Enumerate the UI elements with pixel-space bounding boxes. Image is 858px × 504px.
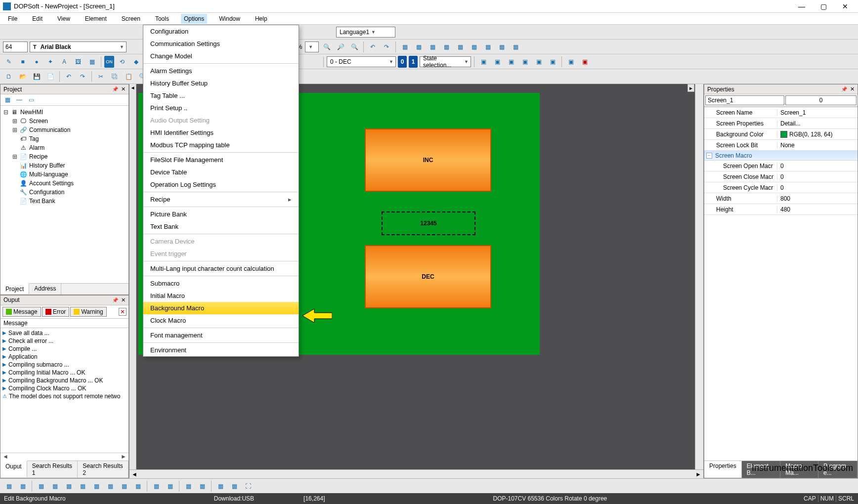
- project-tool-a-icon[interactable]: ▦: [2, 95, 12, 104]
- tree-item[interactable]: 📊History Buffer: [1, 161, 128, 170]
- bt-icon-4[interactable]: ▦: [49, 480, 61, 492]
- property-row[interactable]: Screen Close Macr0: [704, 171, 858, 182]
- property-row[interactable]: Screen PropertiesDetail...: [704, 118, 858, 129]
- output-item[interactable]: ▶Compiling Initial Macro ... OK: [2, 369, 127, 377]
- output-tab[interactable]: Search Results 1: [27, 461, 78, 478]
- bt-icon-8[interactable]: ▦: [104, 480, 116, 492]
- options-item[interactable]: Environment: [143, 344, 299, 356]
- tab-project[interactable]: Project: [0, 283, 29, 294]
- pin-icon[interactable]: 📌: [112, 86, 118, 92]
- zoom-in-icon[interactable]: 🔍: [321, 41, 333, 53]
- pin-icon[interactable]: 📌: [841, 86, 847, 92]
- scroll-right-icon[interactable]: ►: [121, 453, 127, 461]
- numeric-display[interactable]: 12345: [382, 211, 475, 235]
- tree-item[interactable]: 🔧Configuration: [1, 188, 128, 197]
- property-row[interactable]: Screen NameScreen_1: [704, 107, 858, 118]
- tree-item[interactable]: 🌐Multi-language: [1, 170, 128, 179]
- options-item[interactable]: Modbus TCP mapping table: [143, 139, 299, 151]
- image-icon[interactable]: 🖼: [72, 56, 84, 68]
- scroll-left-arrow-icon[interactable]: ◄: [129, 471, 139, 478]
- bt-icon-5[interactable]: ▦: [63, 480, 75, 492]
- close-icon[interactable]: ✕: [121, 297, 126, 303]
- canvas-scroll-left-icon[interactable]: ◄: [129, 84, 136, 478]
- bt-icon-2[interactable]: ▦: [17, 480, 29, 492]
- options-item[interactable]: Initial Macro: [143, 290, 299, 302]
- tool-a-icon[interactable]: ▣: [477, 56, 489, 68]
- menu-file[interactable]: File: [5, 14, 20, 24]
- align7-icon[interactable]: ▦: [482, 41, 494, 53]
- output-item[interactable]: ▶Application: [2, 353, 127, 361]
- property-row[interactable]: Width800: [704, 193, 858, 204]
- open-icon[interactable]: 📂: [17, 71, 29, 83]
- align-icon[interactable]: ▦: [399, 41, 411, 53]
- bt-icon-1[interactable]: ▦: [3, 480, 15, 492]
- options-item[interactable]: Submacro: [143, 277, 299, 290]
- properties-tab[interactable]: Properties: [704, 461, 742, 478]
- output-item[interactable]: ▶Compiling Clock Macro ... OK: [2, 384, 127, 392]
- tab-message[interactable]: Message: [2, 307, 41, 317]
- tree-item[interactable]: ⊞📄Recipe: [1, 152, 128, 161]
- save-icon[interactable]: 💾: [31, 71, 43, 83]
- menu-screen[interactable]: Screen: [119, 14, 143, 24]
- menu-tools[interactable]: Tools: [152, 14, 172, 24]
- bt-icon-12[interactable]: ▦: [164, 480, 176, 492]
- state-select-combo[interactable]: State selection...▼: [420, 56, 471, 67]
- output-item[interactable]: ▶Compiling submacro ...: [2, 361, 127, 369]
- tab-warning[interactable]: Warning: [70, 307, 106, 317]
- scroll-right-arrow-icon[interactable]: ►: [693, 471, 703, 478]
- output-tab[interactable]: Ouput: [0, 461, 27, 477]
- tab-error[interactable]: Error: [42, 307, 70, 317]
- canvas-scroll-right-icon[interactable]: ►: [687, 84, 694, 92]
- options-item[interactable]: Picture Bank: [143, 208, 299, 220]
- output-item[interactable]: ▶Check all error ...: [2, 337, 127, 345]
- property-row[interactable]: Screen Cycle Macr0: [704, 182, 858, 193]
- sync-icon[interactable]: ⟲: [116, 56, 128, 68]
- paste-icon[interactable]: 📋: [123, 71, 134, 83]
- align3-icon[interactable]: ▦: [427, 41, 438, 53]
- zoom-out-icon[interactable]: 🔎: [335, 41, 346, 53]
- property-row[interactable]: Background ColorRGB(0, 128, 64): [704, 129, 858, 140]
- options-item[interactable]: Font management: [143, 329, 299, 341]
- property-category[interactable]: −Screen Macro: [704, 151, 858, 161]
- menu-window[interactable]: Window: [216, 14, 243, 24]
- pin-icon[interactable]: 📌: [112, 297, 118, 303]
- align6-icon[interactable]: ▦: [468, 41, 480, 53]
- menu-view[interactable]: View: [54, 14, 73, 24]
- tree-item[interactable]: ⚠Alarm: [1, 143, 128, 152]
- new-icon[interactable]: 🗋: [3, 71, 15, 83]
- tool-b-icon[interactable]: ▣: [491, 56, 503, 68]
- bt-icon-11[interactable]: ▦: [150, 480, 162, 492]
- output-item[interactable]: ▶Save all data ...: [2, 329, 127, 337]
- menu-help[interactable]: Help: [252, 14, 270, 24]
- options-item[interactable]: Print Setup ..: [143, 102, 299, 114]
- zoom-fit-icon[interactable]: 🔍: [348, 41, 360, 53]
- property-row[interactable]: Screen Lock BitNone: [704, 140, 858, 151]
- state1-icon[interactable]: 1: [409, 56, 418, 68]
- dec-button[interactable]: DEC: [365, 245, 491, 308]
- menu-options[interactable]: Options: [181, 14, 207, 24]
- tree-item[interactable]: ⊞🔗Communication: [1, 126, 128, 134]
- percent-combo[interactable]: ▼: [305, 42, 319, 52]
- tool-g-icon[interactable]: ▣: [565, 56, 577, 68]
- on-icon[interactable]: ON: [104, 56, 114, 68]
- grid-icon[interactable]: ▦: [86, 56, 98, 68]
- property-row[interactable]: Height480: [704, 204, 858, 215]
- align4-icon[interactable]: ▦: [440, 41, 452, 53]
- bt-icon-3[interactable]: ▦: [35, 480, 47, 492]
- bt-icon-6[interactable]: ▦: [77, 480, 88, 492]
- output-tab[interactable]: Search Results 2: [78, 461, 129, 478]
- copy-icon[interactable]: ⿻: [109, 71, 121, 83]
- bt-icon-17[interactable]: ⛶: [242, 480, 254, 492]
- options-item[interactable]: Tag Table ...: [143, 89, 299, 102]
- options-item[interactable]: Recipe: [143, 193, 299, 206]
- circle-icon[interactable]: ●: [31, 56, 43, 68]
- saveas-icon[interactable]: 📄: [44, 71, 56, 83]
- undo-icon[interactable]: ↶: [367, 41, 379, 53]
- project-tool-b-icon[interactable]: —: [14, 95, 24, 104]
- undo2-icon[interactable]: ↶: [63, 71, 75, 83]
- clear-icon[interactable]: ✕: [119, 308, 127, 316]
- options-item[interactable]: HMI Identifier Settings: [143, 126, 299, 139]
- font-combo[interactable]: TArial Black ▼: [30, 42, 127, 52]
- close-icon[interactable]: ✕: [850, 86, 855, 92]
- tool-h-icon[interactable]: ▣: [579, 56, 591, 68]
